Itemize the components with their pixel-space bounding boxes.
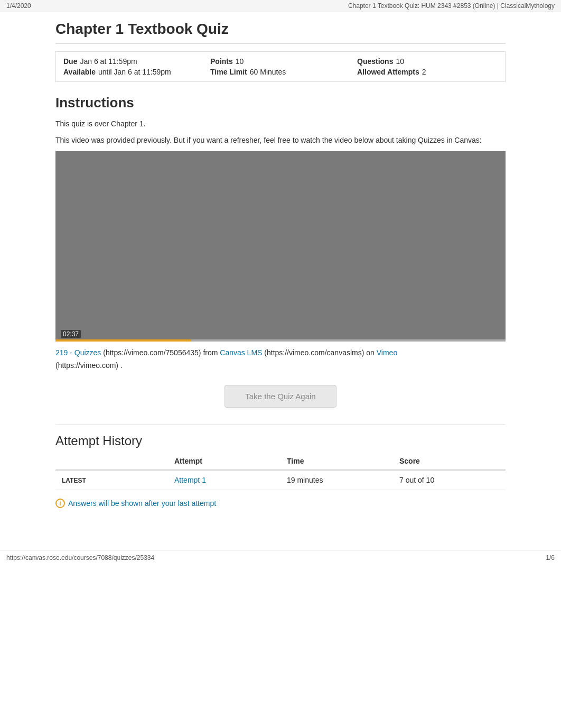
meta-points: Points 10 [210, 57, 351, 66]
video-link1[interactable]: 219 - Quizzes [55, 348, 101, 357]
video-link3[interactable]: Vimeo [377, 348, 397, 357]
browser-date: 1/4/2020 [6, 2, 31, 10]
meta-allowed-attempts: Allowed Attempts 2 [357, 68, 498, 76]
due-value: Jan 6 at 11:59pm [80, 57, 137, 66]
quiz-meta: Due Jan 6 at 11:59pm Points 10 Questions… [55, 51, 506, 82]
video-link2-display: (https://vimeo.com/canvaslms) [264, 348, 364, 357]
browser-bar: 1/4/2020 Chapter 1 Textbook Quiz: HUM 23… [0, 0, 561, 12]
video-progress-fill [55, 339, 191, 342]
time-limit-label: Time Limit [210, 68, 247, 76]
video-dot: . [120, 361, 123, 370]
attempt-table: Attempt Time Score LATEST Attempt 1 19 m… [55, 453, 506, 490]
table-row: LATEST Attempt 1 19 minutes 7 out of 10 [55, 470, 506, 490]
attempt1-link[interactable]: Attempt 1 [174, 476, 206, 484]
video-progress-bar [55, 339, 506, 342]
time-limit-value: 60 Minutes [250, 68, 286, 76]
meta-questions: Questions 10 [357, 57, 498, 66]
col-header-score: Score [393, 453, 506, 470]
table-header-row: Attempt Time Score [55, 453, 506, 470]
video-timestamp: 02:37 [61, 330, 81, 338]
answers-note-text: Answers will be shown after your last at… [68, 499, 216, 508]
bottom-url: https://canvas.rose.edu/courses/7088/qui… [6, 554, 154, 561]
browser-page-title: Chapter 1 Textbook Quiz: HUM 2343 #2853 … [348, 2, 555, 10]
attempt-score-cell: 7 out of 10 [393, 470, 506, 490]
video-link3-display: (https://vimeo.com) [55, 361, 118, 370]
points-label: Points [210, 57, 233, 66]
meta-time-limit: Time Limit 60 Minutes [210, 68, 351, 76]
latest-label: LATEST [55, 470, 168, 490]
attempt-time-cell: 19 minutes [280, 470, 393, 490]
info-icon: i [55, 499, 65, 508]
col-header-time: Time [280, 453, 393, 470]
video-from-text: from [203, 348, 218, 357]
allowed-attempts-value: 2 [422, 68, 426, 76]
instructions-title: Instructions [55, 95, 506, 111]
questions-label: Questions [357, 57, 393, 66]
questions-value: 10 [396, 57, 404, 66]
attempt-score: 7 out of 10 [399, 476, 434, 484]
attempt-link-cell: Attempt 1 [168, 470, 280, 490]
video-link1-display: (https://vimeo.com/75056435) [103, 348, 201, 357]
take-quiz-wrapper: Take the Quiz Again [55, 385, 506, 408]
attempt-history-title: Attempt History [55, 425, 506, 448]
available-value: until Jan 6 at 11:59pm [98, 68, 171, 76]
page-wrapper: Chapter 1 Textbook Quiz Due Jan 6 at 11:… [43, 12, 518, 529]
video-links: 219 - Quizzes (https://vimeo.com/7505643… [55, 347, 506, 372]
quiz-title: Chapter 1 Textbook Quiz [55, 21, 506, 44]
instructions-paragraph1: This quiz is over Chapter 1. [55, 118, 506, 130]
points-value: 10 [236, 57, 244, 66]
col-header-empty [55, 453, 168, 470]
bottom-pagination: 1/6 [546, 554, 555, 561]
allowed-attempts-label: Allowed Attempts [357, 68, 419, 76]
available-label: Available [63, 68, 96, 76]
video-on-text: on [366, 348, 375, 357]
video-link2[interactable]: Canvas LMS [220, 348, 262, 357]
meta-due: Due Jan 6 at 11:59pm [63, 57, 204, 66]
meta-available: Available until Jan 6 at 11:59pm [63, 68, 204, 76]
answers-note: i Answers will be shown after your last … [55, 499, 506, 508]
due-label: Due [63, 57, 77, 66]
take-quiz-button[interactable]: Take the Quiz Again [225, 385, 336, 408]
col-header-attempt: Attempt [168, 453, 280, 470]
bottom-bar: https://canvas.rose.edu/courses/7088/qui… [0, 550, 561, 565]
instructions-paragraph2: This video was provided previously. But … [55, 135, 506, 146]
video-embed[interactable]: 02:37 [55, 151, 506, 342]
latest-badge: LATEST [62, 477, 86, 484]
attempt-time: 19 minutes [287, 476, 323, 484]
